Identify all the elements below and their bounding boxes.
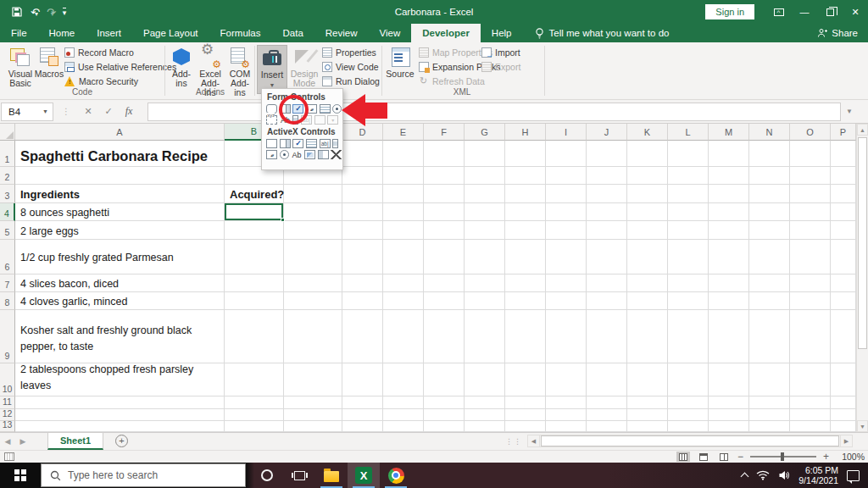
cell-O5[interactable] <box>790 221 831 240</box>
cell-C9[interactable] <box>284 310 342 363</box>
cell-D7[interactable] <box>342 274 383 292</box>
cell-I12[interactable] <box>546 409 587 421</box>
cell-P4[interactable] <box>831 203 856 221</box>
cell-H2[interactable] <box>505 167 546 185</box>
row-header-13[interactable]: 13 <box>0 421 15 432</box>
cell-I7[interactable] <box>546 274 587 292</box>
cell-D3[interactable] <box>342 185 383 203</box>
cell-I10[interactable] <box>546 363 587 396</box>
cell-L3[interactable] <box>668 185 709 203</box>
column-header-O[interactable]: O <box>790 124 831 141</box>
cell-F6[interactable] <box>424 240 465 274</box>
cell-G4[interactable] <box>465 203 505 221</box>
cell-M9[interactable] <box>709 310 749 363</box>
tab-file[interactable]: File <box>0 24 38 42</box>
macro-recording-icon[interactable] <box>4 452 14 461</box>
cell-L4[interactable] <box>668 203 709 221</box>
cell-I5[interactable] <box>546 221 587 240</box>
cell-G13[interactable] <box>465 421 505 432</box>
cell-B10[interactable] <box>225 363 284 396</box>
cell-L11[interactable] <box>668 396 709 409</box>
cell-B5[interactable] <box>225 221 284 240</box>
label-icon[interactable] <box>291 150 302 159</box>
cell-N3[interactable] <box>749 185 790 203</box>
cell-L6[interactable] <box>668 240 709 274</box>
cell-E7[interactable] <box>383 274 424 292</box>
cell-A7[interactable]: 4 slices bacon, diced <box>15 274 225 292</box>
list-box-icon[interactable] <box>306 139 317 148</box>
cell-G6[interactable] <box>465 240 505 274</box>
zoom-slider-thumb[interactable] <box>781 452 784 461</box>
splitter-handle[interactable]: ⋮⋮ <box>505 437 522 446</box>
zoom-level[interactable]: 100% <box>836 452 865 462</box>
normal-view-button[interactable] <box>676 452 690 462</box>
cell-H11[interactable] <box>505 396 546 409</box>
cell-G2[interactable] <box>465 167 505 185</box>
column-header-K[interactable]: K <box>627 124 668 141</box>
cell-C5[interactable] <box>284 221 342 240</box>
cell-P10[interactable] <box>831 363 856 396</box>
cell-A3[interactable]: Ingredients <box>15 185 225 203</box>
cell-J1[interactable] <box>587 141 627 167</box>
cell-M12[interactable] <box>709 409 749 421</box>
column-header-L[interactable]: L <box>668 124 709 141</box>
list-box-icon[interactable] <box>320 104 331 114</box>
taskbar-chrome-button[interactable] <box>380 463 412 488</box>
cell-C3[interactable] <box>284 185 342 203</box>
zoom-slider[interactable] <box>750 456 816 458</box>
cell-C12[interactable] <box>284 409 342 421</box>
column-header-N[interactable]: N <box>749 124 790 141</box>
cell-J9[interactable] <box>587 310 627 363</box>
taskbar-cortana-button[interactable] <box>251 463 283 488</box>
cell-F10[interactable] <box>424 363 465 396</box>
cell-A6[interactable]: 1/2 cup freshly grated Parmesan <box>15 240 225 274</box>
run-dialog-button[interactable]: Run Dialog <box>322 76 380 86</box>
minimize-button[interactable]: — <box>792 0 817 24</box>
cell-F5[interactable] <box>424 221 465 240</box>
cell-F2[interactable] <box>424 167 465 185</box>
cell-N9[interactable] <box>749 310 790 363</box>
cell-N13[interactable] <box>749 421 790 432</box>
cell-B13[interactable] <box>225 421 284 432</box>
cell-L9[interactable] <box>668 310 709 363</box>
cell-H10[interactable] <box>505 363 546 396</box>
cell-N11[interactable] <box>749 396 790 409</box>
check-box-icon[interactable] <box>292 139 303 148</box>
row-header-5[interactable]: 5 <box>0 221 15 240</box>
tell-me-box[interactable]: Tell me what you want to do <box>535 24 670 42</box>
cell-O9[interactable] <box>790 310 831 363</box>
cell-M6[interactable] <box>709 240 749 274</box>
taskbar-clock[interactable]: 6:05 PM 9/14/2021 <box>798 465 838 485</box>
cell-M3[interactable] <box>709 185 749 203</box>
cell-G10[interactable] <box>465 363 505 396</box>
cell-K12[interactable] <box>627 409 668 421</box>
cell-K2[interactable] <box>627 167 668 185</box>
cell-M1[interactable] <box>709 141 749 167</box>
tab-developer[interactable]: Developer <box>411 24 481 42</box>
tab-view[interactable]: View <box>369 24 412 42</box>
cell-I8[interactable] <box>546 292 587 310</box>
cell-O3[interactable] <box>790 185 831 203</box>
cell-A5[interactable]: 2 large eggs <box>15 221 225 240</box>
row-header-10[interactable]: 10 <box>0 363 15 396</box>
cell-B8[interactable] <box>225 292 284 310</box>
cell-C6[interactable] <box>284 240 342 274</box>
cell-H13[interactable] <box>505 421 546 432</box>
cell-C8[interactable] <box>284 292 342 310</box>
cell-C13[interactable] <box>284 421 342 432</box>
more-controls-icon[interactable] <box>331 150 342 159</box>
cell-K5[interactable] <box>627 221 668 240</box>
properties-button[interactable]: Properties <box>322 47 376 58</box>
group-box-icon[interactable] <box>266 115 277 125</box>
combo-drop-down-icon[interactable] <box>327 115 338 125</box>
cell-E6[interactable] <box>383 240 424 274</box>
column-header-F[interactable]: F <box>424 124 465 141</box>
cell-D13[interactable] <box>342 421 383 432</box>
cell-E9[interactable] <box>383 310 424 363</box>
cell-F1[interactable] <box>424 141 465 167</box>
cell-K7[interactable] <box>627 274 668 292</box>
cell-H7[interactable] <box>505 274 546 292</box>
cell-K4[interactable] <box>627 203 668 221</box>
cell-I2[interactable] <box>546 167 587 185</box>
column-header-P[interactable]: P <box>831 124 856 141</box>
